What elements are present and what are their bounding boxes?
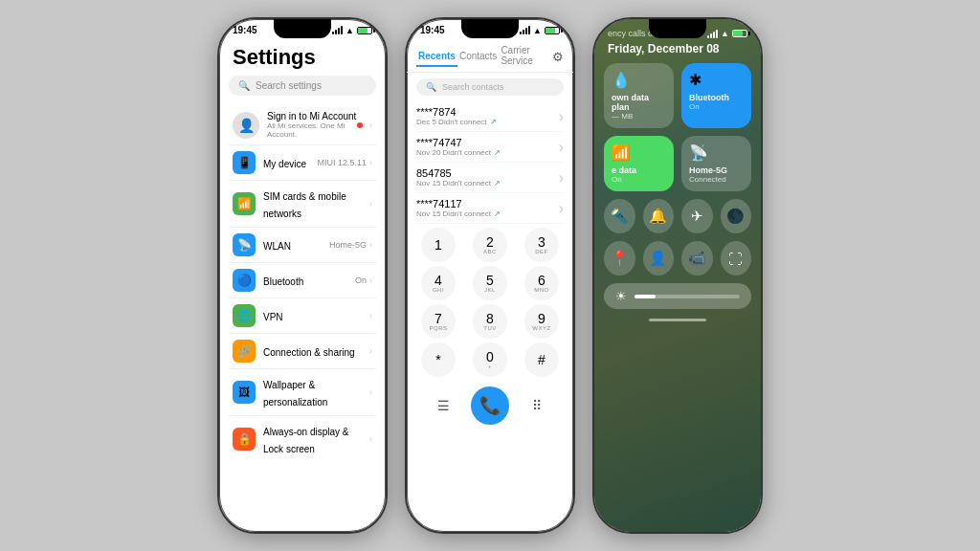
brightness-track — [635, 295, 740, 298]
dial-btn-6[interactable]: 6 MNO — [524, 266, 559, 300]
settings-item-5[interactable]: 🖼 Wallpaper & personalization › — [229, 369, 376, 416]
contacts-icon[interactable]: ☰ — [430, 392, 457, 419]
dial-btn-4[interactable]: 4 GHI — [421, 266, 456, 300]
location-btn[interactable]: 📍 — [604, 241, 635, 276]
dial-btn-5[interactable]: 5 JKL — [473, 266, 507, 300]
notification-btn[interactable]: 🔔 — [643, 199, 675, 233]
dial-num-6: 7 — [434, 312, 442, 325]
airplane-btn[interactable]: ✈ — [681, 199, 713, 233]
chevron-6: › — [369, 434, 372, 444]
chevron-5: › — [369, 387, 372, 397]
cc-date: Friday, December 08 — [594, 42, 761, 63]
dial-btn-3[interactable]: 3 DEF — [524, 228, 559, 262]
control-center-bg: ency calls only ▲ Friday, December 08 💧 … — [594, 19, 761, 532]
item-content-3: VPN — [263, 307, 369, 324]
scan-btn[interactable]: ⛶ — [721, 241, 752, 276]
flashlight-btn[interactable]: 🔦 — [604, 199, 635, 233]
call-info-2: 854785 Nov 15 Didn't connect ↗ — [416, 167, 559, 187]
bluetooth-tile-sub: On — [689, 102, 744, 111]
screen-record-btn[interactable]: 👤 — [643, 241, 675, 276]
item-content-4: Connection & sharing — [263, 342, 369, 360]
settings-items-list: 📶 SIM cards & mobile networks › 📡 WLAN H… — [229, 181, 376, 462]
call-item-2[interactable]: 854785 Nov 15 Didn't connect ↗ › — [416, 163, 564, 193]
search-icon-mid: 🔍 — [426, 82, 436, 92]
bluetooth-tile-title: Bluetooth — [689, 93, 744, 102]
dial-sub-3: GHI — [433, 287, 444, 293]
dial-btn-8[interactable]: 8 TUV — [473, 304, 507, 339]
call-item-3[interactable]: ****74117 Nov 15 Didn't connect ↗ › — [416, 193, 564, 224]
cc-brightness-bar[interactable]: ☀ — [604, 283, 751, 309]
dial-btn-9[interactable]: 9 WXYZ — [524, 304, 559, 339]
chevron-2: › — [369, 276, 372, 285]
item-title-3: VPN — [263, 312, 283, 322]
tab-recents[interactable]: Recents — [416, 47, 457, 67]
call-number-3: ****74117 — [416, 198, 559, 209]
settings-gear-icon[interactable]: ⚙ — [552, 50, 564, 64]
chevron-0: › — [369, 199, 372, 209]
settings-item-1[interactable]: 📡 WLAN Home-5G › — [229, 228, 376, 263]
signal-bars-mid — [520, 26, 530, 34]
dialer-screen: Recents Contacts Carrier Service ⚙ 🔍 Sea… — [407, 37, 573, 429]
wifi-icon-mid: ▲ — [533, 26, 542, 35]
settings-item-6[interactable]: 🔒 Always-on display & Lock screen › — [229, 416, 376, 462]
chevron-3: › — [369, 311, 372, 320]
chevron-1: › — [369, 240, 372, 250]
dialpad-grid: 1 2 ABC 3 DEF 4 GHI 5 JKL 6 MNO 7 PQRS 8… — [414, 228, 566, 377]
item-content-5: Wallpaper & personalization — [263, 375, 369, 409]
item-title-6: Always-on display & Lock screen — [263, 427, 348, 454]
my-device-item[interactable]: 📱 My device MIUI 12.5.11 › — [229, 145, 376, 181]
dial-actions: ☰ 📞 ⠿ — [414, 383, 566, 429]
phone-settings: 19:45 ▲ Settings 🔍 Search settings 👤 Sig… — [217, 17, 388, 534]
settings-item-3[interactable]: 🌐 VPN › — [229, 298, 376, 334]
dial-btn-1[interactable]: 1 — [421, 228, 456, 262]
dark-mode-btn[interactable]: 🌑 — [721, 199, 752, 233]
call-number-0: ****7874 — [416, 106, 559, 118]
cc-tile-wifi[interactable]: 📡 Home-5G Connected — [681, 136, 751, 191]
wifi-tile-sub: Connected — [689, 175, 744, 184]
item-icon-1: 📡 — [233, 233, 256, 256]
notch-mid — [461, 19, 519, 38]
dial-btn-#[interactable]: # — [524, 342, 559, 377]
dial-num-5: 6 — [538, 274, 546, 287]
tab-carrier[interactable]: Carrier Service — [499, 41, 552, 72]
signal-bars-right — [707, 30, 718, 38]
dial-sub-10: + — [488, 364, 492, 369]
cc-tile-mobile[interactable]: 📶 e data On — [604, 136, 674, 191]
dial-btn-7[interactable]: 7 PQRS — [421, 304, 456, 339]
settings-item-0[interactable]: 📶 SIM cards & mobile networks › — [229, 181, 376, 228]
dialpad-icon[interactable]: ⠿ — [523, 392, 550, 419]
item-content-2: Bluetooth — [263, 272, 355, 289]
search-box[interactable]: 🔍 Search settings — [229, 76, 376, 96]
sign-in-item[interactable]: 👤 Sign in to Mi Account All Mi services.… — [229, 105, 376, 145]
my-device-title: My device — [263, 159, 306, 169]
time-settings: 19:45 — [233, 25, 257, 35]
item-title-4: Connection & sharing — [263, 347, 355, 358]
dial-sub-5: MNO — [534, 287, 549, 293]
dial-sub-8: WXYZ — [532, 325, 550, 331]
dial-btn-*[interactable]: * — [421, 342, 456, 377]
outgoing-icon-2: ↗ — [494, 179, 501, 187]
item-right-5: › — [369, 387, 372, 397]
dial-btn-0[interactable]: 0 + — [473, 342, 507, 377]
dial-btn-2[interactable]: 2 ABC — [473, 228, 507, 262]
dial-num-2: 3 — [538, 235, 546, 249]
item-right-3: › — [369, 311, 372, 320]
settings-item-4[interactable]: 🔗 Connection & sharing › — [229, 334, 376, 369]
signal-bars — [332, 26, 343, 34]
sign-in-right: › — [357, 121, 372, 130]
tab-contacts[interactable]: Contacts — [457, 47, 499, 67]
call-button[interactable]: 📞 — [471, 386, 509, 425]
camera-btn[interactable]: 📹 — [681, 241, 713, 276]
dial-sub-4: JKL — [484, 287, 496, 293]
cc-tile-bluetooth[interactable]: ✱ Bluetooth On — [681, 63, 751, 128]
item-title-2: Bluetooth — [263, 276, 303, 287]
item-icon-3: 🌐 — [233, 304, 256, 327]
cc-tile-data[interactable]: 💧 own data plan — MB — [604, 63, 674, 128]
contact-search-box[interactable]: 🔍 Search contacts — [416, 78, 564, 96]
call-item-0[interactable]: ****7874 Dec 5 Didn't connect ↗ › — [416, 101, 564, 132]
call-item-1[interactable]: ****74747 Nov 20 Didn't connect ↗ › — [416, 132, 564, 163]
dialpad: 1 2 ABC 3 DEF 4 GHI 5 JKL 6 MNO 7 PQRS 8… — [407, 224, 573, 429]
dial-num-8: 9 — [538, 312, 546, 325]
settings-item-2[interactable]: 🔵 Bluetooth On › — [229, 263, 376, 298]
item-right-6: › — [369, 434, 372, 444]
